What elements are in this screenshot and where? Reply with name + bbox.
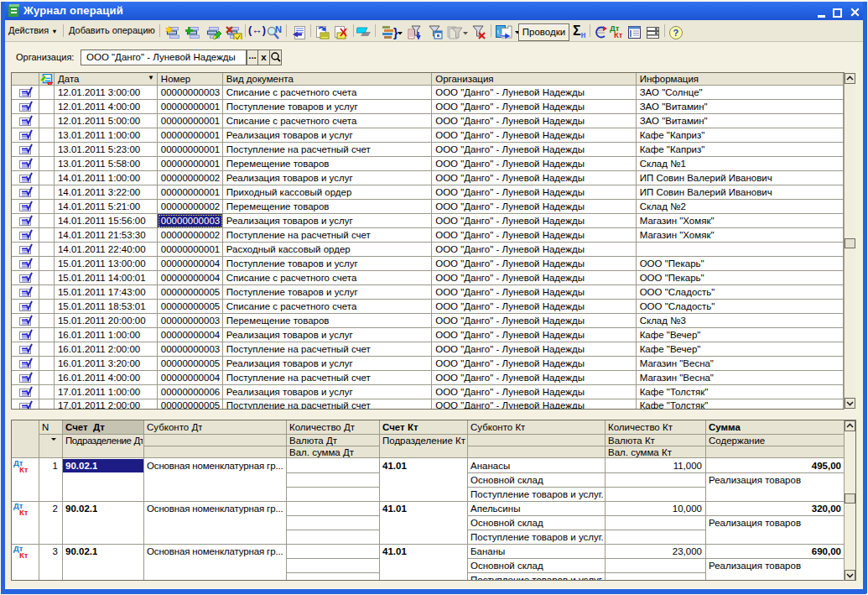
svg-text:N: N — [275, 25, 282, 34]
svg-text:}: } — [393, 26, 398, 39]
svg-text:?: ? — [673, 28, 679, 38]
